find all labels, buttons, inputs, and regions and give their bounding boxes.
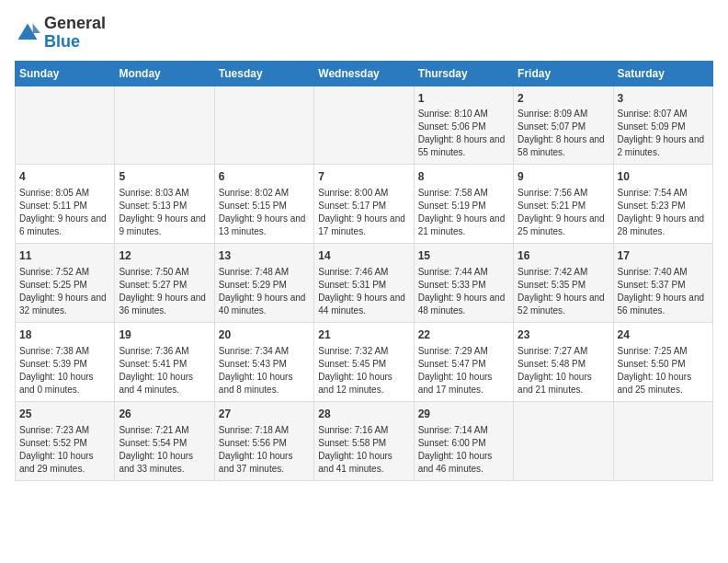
calendar-cell: 15Sunrise: 7:44 AMSunset: 5:33 PMDayligh… (414, 244, 513, 323)
sunrise-text: Sunrise: 7:18 AM (219, 424, 310, 437)
day-number: 3 (618, 91, 709, 107)
day-number: 2 (518, 91, 609, 107)
calendar-cell: 16Sunrise: 7:42 AMSunset: 5:35 PMDayligh… (514, 244, 613, 323)
sunset-text: Sunset: 5:25 PM (19, 279, 110, 292)
sunset-text: Sunset: 5:17 PM (318, 200, 409, 213)
day-number: 14 (318, 248, 409, 264)
sunrise-text: Sunrise: 7:44 AM (418, 266, 509, 279)
calendar-cell: 26Sunrise: 7:21 AMSunset: 5:54 PMDayligh… (115, 401, 214, 480)
daylight-text: Daylight: 9 hours and 56 minutes. (618, 292, 709, 317)
sunset-text: Sunset: 5:48 PM (518, 358, 609, 371)
sunset-text: Sunset: 5:13 PM (119, 200, 210, 213)
calendar-cell: 22Sunrise: 7:29 AMSunset: 5:47 PMDayligh… (414, 322, 513, 401)
daylight-text: Daylight: 10 hours and 29 minutes. (19, 450, 110, 476)
calendar-cell: 2Sunrise: 8:09 AMSunset: 5:07 PMDaylight… (514, 86, 613, 165)
svg-marker-1 (33, 23, 40, 33)
sunset-text: Sunset: 5:47 PM (418, 358, 509, 371)
daylight-text: Daylight: 10 hours and 25 minutes. (618, 371, 709, 396)
daylight-text: Daylight: 10 hours and 12 minutes. (318, 371, 409, 396)
daylight-text: Daylight: 9 hours and 40 minutes. (219, 292, 310, 317)
day-number: 19 (119, 327, 210, 343)
day-number: 4 (19, 169, 110, 185)
daylight-text: Daylight: 10 hours and 17 minutes. (418, 371, 509, 396)
daylight-text: Daylight: 9 hours and 52 minutes. (518, 292, 609, 317)
day-number: 27 (219, 407, 310, 422)
sunrise-text: Sunrise: 7:56 AM (518, 187, 609, 200)
sunset-text: Sunset: 5:09 PM (618, 121, 709, 133)
sunrise-text: Sunrise: 7:48 AM (219, 266, 310, 279)
sunset-text: Sunset: 5:31 PM (318, 279, 409, 292)
calendar-cell: 21Sunrise: 7:32 AMSunset: 5:45 PMDayligh… (314, 322, 414, 401)
calendar-cell: 11Sunrise: 7:52 AMSunset: 5:25 PMDayligh… (16, 244, 115, 323)
sunrise-text: Sunrise: 8:05 AM (19, 187, 110, 200)
daylight-text: Daylight: 10 hours and 0 minutes. (19, 371, 110, 396)
day-number: 21 (318, 327, 409, 343)
calendar-cell (613, 401, 712, 480)
calendar-cell: 5Sunrise: 8:03 AMSunset: 5:13 PMDaylight… (115, 165, 214, 244)
day-number: 5 (119, 169, 210, 185)
sunrise-text: Sunrise: 7:38 AM (19, 345, 110, 358)
calendar-cell: 13Sunrise: 7:48 AMSunset: 5:29 PMDayligh… (214, 244, 313, 323)
calendar-cell: 4Sunrise: 8:05 AMSunset: 5:11 PMDaylight… (16, 165, 115, 244)
sunset-text: Sunset: 5:45 PM (318, 358, 409, 371)
daylight-text: Daylight: 8 hours and 58 minutes. (518, 133, 609, 159)
sunrise-text: Sunrise: 7:50 AM (119, 266, 210, 279)
calendar-cell: 12Sunrise: 7:50 AMSunset: 5:27 PMDayligh… (115, 244, 214, 323)
sunrise-text: Sunrise: 7:54 AM (618, 187, 709, 200)
day-number: 11 (19, 248, 110, 264)
page: General Blue SundayMondayTuesdayWednesda… (0, 0, 728, 488)
day-number: 15 (418, 248, 509, 264)
day-number: 9 (518, 169, 609, 185)
calendar-cell (314, 86, 414, 165)
day-number: 24 (618, 327, 709, 343)
day-number: 13 (219, 248, 310, 264)
sunset-text: Sunset: 5:11 PM (19, 200, 110, 213)
sunrise-text: Sunrise: 7:52 AM (19, 266, 110, 279)
day-number: 17 (618, 248, 709, 264)
header-day-saturday: Saturday (613, 61, 712, 86)
sunset-text: Sunset: 5:50 PM (618, 358, 709, 371)
daylight-text: Daylight: 9 hours and 36 minutes. (119, 292, 210, 317)
sunset-text: Sunset: 5:06 PM (418, 121, 509, 133)
week-row-1: 1Sunrise: 8:10 AMSunset: 5:06 PMDaylight… (16, 86, 713, 165)
sunrise-text: Sunrise: 7:27 AM (518, 345, 609, 358)
week-row-3: 11Sunrise: 7:52 AMSunset: 5:25 PMDayligh… (16, 244, 713, 323)
week-row-4: 18Sunrise: 7:38 AMSunset: 5:39 PMDayligh… (16, 322, 713, 401)
sunrise-text: Sunrise: 7:16 AM (318, 424, 409, 437)
sunset-text: Sunset: 5:52 PM (19, 437, 110, 450)
sunrise-text: Sunrise: 8:10 AM (418, 108, 509, 121)
calendar-cell: 3Sunrise: 8:07 AMSunset: 5:09 PMDaylight… (613, 86, 712, 165)
sunset-text: Sunset: 6:00 PM (418, 437, 509, 450)
day-number: 22 (418, 327, 509, 343)
daylight-text: Daylight: 9 hours and 6 minutes. (19, 213, 110, 238)
sunrise-text: Sunrise: 8:00 AM (318, 187, 409, 200)
daylight-text: Daylight: 9 hours and 17 minutes. (318, 213, 409, 238)
daylight-text: Daylight: 9 hours and 28 minutes. (618, 213, 709, 238)
sunrise-text: Sunrise: 7:42 AM (518, 266, 609, 279)
header-day-tuesday: Tuesday (214, 61, 313, 86)
header-day-sunday: Sunday (16, 61, 115, 86)
calendar-cell: 24Sunrise: 7:25 AMSunset: 5:50 PMDayligh… (613, 322, 712, 401)
week-row-2: 4Sunrise: 8:05 AMSunset: 5:11 PMDaylight… (16, 165, 713, 244)
calendar-cell: 23Sunrise: 7:27 AMSunset: 5:48 PMDayligh… (514, 322, 613, 401)
sunrise-text: Sunrise: 8:07 AM (618, 108, 709, 121)
calendar-cell: 28Sunrise: 7:16 AMSunset: 5:58 PMDayligh… (314, 401, 414, 480)
calendar-cell: 25Sunrise: 7:23 AMSunset: 5:52 PMDayligh… (16, 401, 115, 480)
sunset-text: Sunset: 5:33 PM (418, 279, 509, 292)
sunrise-text: Sunrise: 8:09 AM (518, 108, 609, 121)
calendar-cell (514, 401, 613, 480)
header-row: SundayMondayTuesdayWednesdayThursdayFrid… (16, 61, 713, 86)
daylight-text: Daylight: 9 hours and 32 minutes. (19, 292, 110, 317)
daylight-text: Daylight: 9 hours and 21 minutes. (418, 213, 509, 238)
sunset-text: Sunset: 5:15 PM (219, 200, 310, 213)
sunset-text: Sunset: 5:37 PM (618, 279, 709, 292)
daylight-text: Daylight: 9 hours and 48 minutes. (418, 292, 509, 317)
calendar-table: SundayMondayTuesdayWednesdayThursdayFrid… (15, 61, 713, 481)
calendar-cell: 19Sunrise: 7:36 AMSunset: 5:41 PMDayligh… (115, 322, 214, 401)
calendar-cell: 7Sunrise: 8:00 AMSunset: 5:17 PMDaylight… (314, 165, 414, 244)
week-row-5: 25Sunrise: 7:23 AMSunset: 5:52 PMDayligh… (16, 401, 713, 480)
sunrise-text: Sunrise: 7:25 AM (618, 345, 709, 358)
calendar-cell: 10Sunrise: 7:54 AMSunset: 5:23 PMDayligh… (613, 165, 712, 244)
calendar-cell: 27Sunrise: 7:18 AMSunset: 5:56 PMDayligh… (214, 401, 313, 480)
sunrise-text: Sunrise: 7:40 AM (618, 266, 709, 279)
